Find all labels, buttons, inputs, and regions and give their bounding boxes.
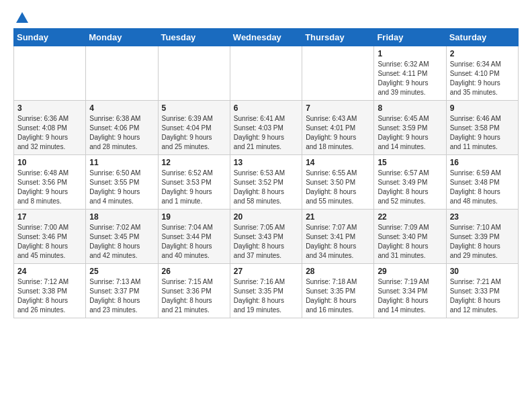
day-number: 9	[450, 103, 515, 113]
calendar-cell: 8Sunrise: 6:45 AM Sunset: 3:59 PM Daylig…	[374, 101, 446, 155]
calendar-cell	[302, 46, 374, 101]
day-number: 18	[89, 212, 154, 222]
day-info: Sunrise: 7:15 AM Sunset: 3:36 PM Dayligh…	[162, 277, 226, 315]
day-number: 12	[162, 158, 226, 167]
calendar-cell: 6Sunrise: 6:41 AM Sunset: 4:03 PM Daylig…	[230, 101, 302, 155]
calendar-cell: 25Sunrise: 7:13 AM Sunset: 3:37 PM Dayli…	[86, 264, 158, 318]
calendar-cell: 3Sunrise: 6:36 AM Sunset: 4:08 PM Daylig…	[14, 101, 86, 155]
day-info: Sunrise: 6:32 AM Sunset: 4:11 PM Dayligh…	[378, 60, 442, 97]
calendar-cell: 23Sunrise: 7:10 AM Sunset: 3:39 PM Dayli…	[446, 210, 518, 264]
header	[13, 11, 519, 23]
day-info: Sunrise: 7:12 AM Sunset: 3:38 PM Dayligh…	[17, 277, 82, 315]
calendar-cell	[230, 46, 302, 101]
day-number: 29	[378, 267, 442, 276]
day-info: Sunrise: 7:05 AM Sunset: 3:43 PM Dayligh…	[234, 223, 298, 261]
calendar-cell: 7Sunrise: 6:43 AM Sunset: 4:01 PM Daylig…	[302, 101, 374, 155]
day-number: 15	[378, 158, 442, 167]
day-info: Sunrise: 7:09 AM Sunset: 3:40 PM Dayligh…	[378, 223, 442, 261]
day-number: 20	[234, 212, 298, 222]
calendar-cell	[14, 46, 86, 101]
weekday-header-sunday: Sunday	[14, 29, 86, 46]
calendar-cell: 28Sunrise: 7:18 AM Sunset: 3:35 PM Dayli…	[302, 264, 374, 318]
day-info: Sunrise: 7:07 AM Sunset: 3:41 PM Dayligh…	[306, 223, 370, 261]
day-info: Sunrise: 6:48 AM Sunset: 3:56 PM Dayligh…	[17, 169, 82, 206]
day-number: 4	[89, 103, 154, 113]
calendar-cell: 22Sunrise: 7:09 AM Sunset: 3:40 PM Dayli…	[374, 210, 446, 264]
day-number: 21	[306, 212, 370, 222]
week-row-5: 24Sunrise: 7:12 AM Sunset: 3:38 PM Dayli…	[14, 264, 519, 318]
day-number: 3	[17, 103, 82, 113]
calendar-cell: 11Sunrise: 6:50 AM Sunset: 3:55 PM Dayli…	[86, 155, 158, 210]
day-number: 23	[450, 212, 515, 222]
calendar-cell: 15Sunrise: 6:57 AM Sunset: 3:49 PM Dayli…	[374, 155, 446, 210]
calendar-cell: 18Sunrise: 7:02 AM Sunset: 3:45 PM Dayli…	[86, 210, 158, 264]
day-info: Sunrise: 7:16 AM Sunset: 3:35 PM Dayligh…	[234, 277, 298, 315]
day-number: 13	[234, 158, 298, 167]
day-info: Sunrise: 6:46 AM Sunset: 3:58 PM Dayligh…	[450, 114, 515, 152]
day-number: 22	[378, 212, 442, 222]
calendar-cell	[158, 46, 230, 101]
calendar-cell: 2Sunrise: 6:34 AM Sunset: 4:10 PM Daylig…	[446, 46, 518, 101]
day-info: Sunrise: 6:41 AM Sunset: 4:03 PM Dayligh…	[234, 114, 298, 152]
calendar-cell: 21Sunrise: 7:07 AM Sunset: 3:41 PM Dayli…	[302, 210, 374, 264]
weekday-header-friday: Friday	[374, 29, 446, 46]
calendar-cell: 16Sunrise: 6:59 AM Sunset: 3:48 PM Dayli…	[446, 155, 518, 210]
day-info: Sunrise: 7:21 AM Sunset: 3:33 PM Dayligh…	[450, 277, 515, 315]
day-info: Sunrise: 7:13 AM Sunset: 3:37 PM Dayligh…	[89, 277, 154, 315]
day-info: Sunrise: 6:43 AM Sunset: 4:01 PM Dayligh…	[306, 114, 370, 152]
calendar: SundayMondayTuesdayWednesdayThursdayFrid…	[13, 28, 519, 318]
day-info: Sunrise: 6:39 AM Sunset: 4:04 PM Dayligh…	[162, 114, 226, 152]
logo	[13, 11, 30, 23]
calendar-cell: 24Sunrise: 7:12 AM Sunset: 3:38 PM Dayli…	[14, 264, 86, 318]
weekday-header-monday: Monday	[86, 29, 158, 46]
week-row-1: 1Sunrise: 6:32 AM Sunset: 4:11 PM Daylig…	[14, 46, 519, 101]
day-info: Sunrise: 7:02 AM Sunset: 3:45 PM Dayligh…	[89, 223, 154, 261]
weekday-header-tuesday: Tuesday	[158, 29, 230, 46]
day-info: Sunrise: 6:55 AM Sunset: 3:50 PM Dayligh…	[306, 169, 370, 206]
day-info: Sunrise: 7:18 AM Sunset: 3:35 PM Dayligh…	[306, 277, 370, 315]
day-info: Sunrise: 7:19 AM Sunset: 3:34 PM Dayligh…	[378, 277, 442, 315]
week-row-4: 17Sunrise: 7:00 AM Sunset: 3:46 PM Dayli…	[14, 210, 519, 264]
calendar-cell: 12Sunrise: 6:52 AM Sunset: 3:53 PM Dayli…	[158, 155, 230, 210]
day-number: 27	[234, 267, 298, 276]
day-info: Sunrise: 6:57 AM Sunset: 3:49 PM Dayligh…	[378, 169, 442, 206]
weekday-header-saturday: Saturday	[446, 29, 518, 46]
weekday-header-thursday: Thursday	[302, 29, 374, 46]
day-number: 2	[450, 49, 515, 58]
calendar-cell: 26Sunrise: 7:15 AM Sunset: 3:36 PM Dayli…	[158, 264, 230, 318]
day-number: 19	[162, 212, 226, 222]
day-info: Sunrise: 6:45 AM Sunset: 3:59 PM Dayligh…	[378, 114, 442, 152]
calendar-cell: 19Sunrise: 7:04 AM Sunset: 3:44 PM Dayli…	[158, 210, 230, 264]
day-info: Sunrise: 6:38 AM Sunset: 4:06 PM Dayligh…	[89, 114, 154, 152]
week-row-2: 3Sunrise: 6:36 AM Sunset: 4:08 PM Daylig…	[14, 101, 519, 155]
day-number: 7	[306, 103, 370, 113]
calendar-cell	[86, 46, 158, 101]
day-info: Sunrise: 6:50 AM Sunset: 3:55 PM Dayligh…	[89, 169, 154, 206]
week-row-3: 10Sunrise: 6:48 AM Sunset: 3:56 PM Dayli…	[14, 155, 519, 210]
calendar-cell: 29Sunrise: 7:19 AM Sunset: 3:34 PM Dayli…	[374, 264, 446, 318]
day-number: 28	[306, 267, 370, 276]
day-number: 10	[17, 158, 82, 167]
day-info: Sunrise: 6:34 AM Sunset: 4:10 PM Dayligh…	[450, 60, 515, 97]
day-number: 14	[306, 158, 370, 167]
day-number: 6	[234, 103, 298, 113]
day-info: Sunrise: 6:36 AM Sunset: 4:08 PM Dayligh…	[17, 114, 82, 152]
calendar-cell: 17Sunrise: 7:00 AM Sunset: 3:46 PM Dayli…	[14, 210, 86, 264]
day-number: 25	[89, 267, 154, 276]
day-info: Sunrise: 7:04 AM Sunset: 3:44 PM Dayligh…	[162, 223, 226, 261]
day-number: 17	[17, 212, 82, 222]
day-number: 11	[89, 158, 154, 167]
day-number: 26	[162, 267, 226, 276]
day-info: Sunrise: 7:00 AM Sunset: 3:46 PM Dayligh…	[17, 223, 82, 261]
day-number: 1	[378, 49, 442, 58]
calendar-cell: 14Sunrise: 6:55 AM Sunset: 3:50 PM Dayli…	[302, 155, 374, 210]
calendar-cell: 9Sunrise: 6:46 AM Sunset: 3:58 PM Daylig…	[446, 101, 518, 155]
logo-icon	[15, 11, 30, 26]
weekday-header-wednesday: Wednesday	[230, 29, 302, 46]
weekday-header-row: SundayMondayTuesdayWednesdayThursdayFrid…	[14, 29, 519, 46]
day-number: 8	[378, 103, 442, 113]
day-number: 5	[162, 103, 226, 113]
svg-marker-0	[16, 12, 28, 23]
calendar-cell: 30Sunrise: 7:21 AM Sunset: 3:33 PM Dayli…	[446, 264, 518, 318]
calendar-cell: 5Sunrise: 6:39 AM Sunset: 4:04 PM Daylig…	[158, 101, 230, 155]
